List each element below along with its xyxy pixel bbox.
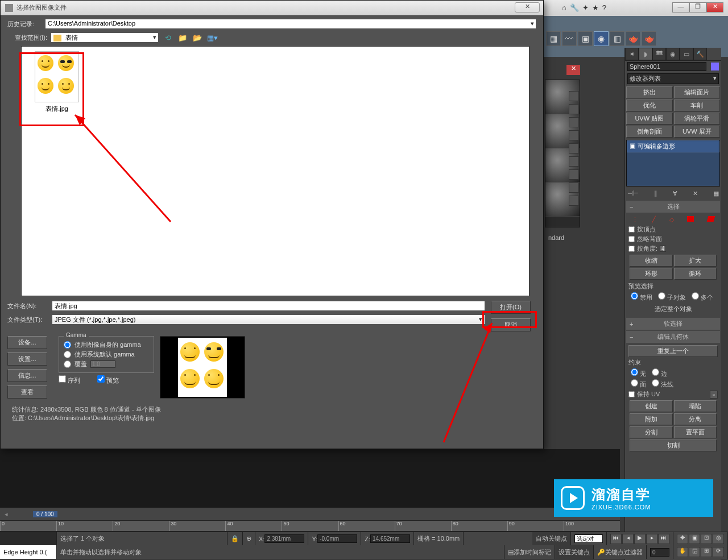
maximize-button[interactable]: ❐: [689, 2, 706, 13]
mat-tool-icon[interactable]: [569, 104, 579, 114]
timeline-bar[interactable]: ◂ 0 / 100: [0, 508, 620, 520]
frame-input[interactable]: [650, 548, 669, 557]
mod-extrude-button[interactable]: 挤出: [626, 86, 673, 98]
file-list-area[interactable]: 表情.jpg: [21, 46, 530, 296]
cancel-button[interactable]: 取消: [491, 318, 531, 331]
stack-item[interactable]: ▣ 可编辑多边形: [627, 140, 719, 152]
play-icon[interactable]: ▶: [634, 534, 646, 544]
modify-tab-icon[interactable]: ◗: [639, 48, 652, 60]
nav-icon[interactable]: ▣: [689, 534, 700, 544]
mod-bevelprofile-button[interactable]: 倒角剖面: [626, 126, 673, 138]
mat-tool-icon[interactable]: [569, 91, 579, 101]
nav-icon[interactable]: ✥: [677, 534, 688, 544]
by-vertex-check[interactable]: 按顶点: [628, 225, 718, 234]
mod-optimize-button[interactable]: 优化: [626, 99, 673, 111]
home-icon[interactable]: ⌂: [562, 3, 566, 12]
motion-tab-icon[interactable]: ◉: [666, 48, 680, 60]
mat-tool-icon[interactable]: [569, 130, 579, 140]
mod-lathe-button[interactable]: 车削: [674, 99, 721, 111]
coord-icon[interactable]: ⊕: [246, 535, 251, 542]
soft-sel-rollout[interactable]: 软选择: [664, 320, 682, 328]
by-angle-check[interactable]: 按角度:: [628, 244, 718, 254]
element-icon[interactable]: [707, 216, 715, 222]
slice-plane-button[interactable]: 置平面: [674, 426, 717, 438]
info-button[interactable]: 信息...: [7, 369, 47, 382]
time-ruler[interactable]: 0 10 20 30 40 50 60 70 80 90 100: [0, 520, 620, 532]
nav-icon[interactable]: ✋: [677, 547, 688, 557]
mat-tool-icon[interactable]: [569, 117, 579, 127]
display-tab-icon[interactable]: ▭: [680, 48, 693, 60]
slice-button[interactable]: 分割: [630, 426, 673, 438]
polygon-icon[interactable]: [687, 216, 694, 222]
gamma-system-radio[interactable]: 使用系统默认 gamma: [64, 350, 149, 359]
nav-icon[interactable]: ⊞: [701, 547, 712, 557]
new-folder-icon[interactable]: 📂: [192, 32, 203, 43]
script-icon[interactable]: ▤: [508, 549, 514, 556]
mat-tool-icon[interactable]: [569, 169, 579, 180]
viewport[interactable]: [0, 449, 620, 509]
history-dropdown[interactable]: C:\Users\Administrator\Desktop: [45, 19, 536, 29]
pin-icon[interactable]: ⊣⊢: [627, 190, 639, 197]
setkey-button[interactable]: 设置关键点: [555, 545, 594, 559]
key-icon[interactable]: 🔑: [597, 549, 605, 556]
filetype-dropdown[interactable]: JPEG 文件 (*.jpg,*.jpe,*.jpeg): [52, 314, 485, 325]
view-menu-icon[interactable]: ▦▾: [206, 32, 218, 43]
app-close-button[interactable]: ✕: [706, 2, 723, 13]
tool-icon[interactable]: ◉: [594, 31, 609, 46]
mod-uvwunwrap-button[interactable]: UVW 展开: [674, 126, 721, 138]
collapse-button[interactable]: 塌陷: [674, 400, 717, 412]
config-icon[interactable]: ▦: [713, 190, 719, 197]
dialog-titlebar[interactable]: 选择位图图像文件 ✕: [1, 1, 543, 15]
key-filters-button[interactable]: 关键点过滤器: [605, 548, 643, 557]
device-button[interactable]: 设备...: [7, 336, 47, 349]
ps-sub-radio[interactable]: 子对象: [658, 292, 686, 302]
selection-rollout-title[interactable]: 选择: [667, 202, 680, 211]
mat-tool-icon[interactable]: [569, 196, 579, 206]
shrink-button[interactable]: 收缩: [630, 255, 673, 267]
file-item[interactable]: 表情.jpg: [26, 51, 88, 113]
frame-indicator[interactable]: 0 / 100: [33, 511, 57, 517]
mat-tool-icon[interactable]: [569, 182, 579, 193]
border-icon[interactable]: ◇: [669, 216, 674, 223]
ignore-backfacing-check[interactable]: 忽略背面: [628, 234, 718, 244]
tool-icon[interactable]: ▥: [610, 31, 624, 46]
create-button[interactable]: 创建: [630, 400, 673, 412]
nav-icon[interactable]: ⟳: [713, 547, 724, 557]
nav-icon[interactable]: ◲: [689, 547, 700, 557]
ps-disable-radio[interactable]: 禁用: [631, 292, 652, 302]
minimize-button[interactable]: —: [672, 2, 689, 13]
tool-icon[interactable]: 〰: [562, 31, 577, 46]
c-face-radio[interactable]: 面: [631, 379, 646, 389]
view-button[interactable]: 查看: [7, 385, 47, 399]
modifier-list-dropdown[interactable]: 修改器列表 ▾: [627, 73, 719, 84]
filename-input[interactable]: [52, 301, 485, 311]
attach-button[interactable]: 附加: [630, 413, 673, 425]
create-tab-icon[interactable]: ✷: [625, 48, 639, 60]
loop-button[interactable]: 循环: [674, 268, 717, 280]
repeat-last-button[interactable]: 重复上一个: [628, 345, 718, 357]
show-icon[interactable]: ∥: [654, 190, 657, 197]
mod-uvwmap-button[interactable]: UVW 贴图: [626, 113, 673, 125]
hierarchy-tab-icon[interactable]: ᚙ: [652, 48, 666, 60]
sparkle-icon[interactable]: ✦: [582, 3, 589, 12]
back-icon[interactable]: ⟲: [162, 32, 173, 43]
vertex-icon[interactable]: ⋮: [632, 216, 638, 223]
nav-icon[interactable]: ⊡: [701, 534, 712, 544]
gamma-override-radio[interactable]: 覆盖: [64, 359, 149, 369]
utilities-tab-icon[interactable]: 🔨: [693, 48, 707, 60]
goto-end-icon[interactable]: ⏭: [658, 534, 669, 544]
ps-multi-radio[interactable]: 多个: [692, 292, 713, 302]
sequence-check[interactable]: 序列: [59, 375, 80, 385]
setup-button[interactable]: 设置...: [7, 352, 47, 366]
gamma-image-radio[interactable]: 使用图像自身的 gamma: [64, 340, 149, 350]
next-frame-icon[interactable]: ▸: [646, 534, 657, 544]
grow-button[interactable]: 扩大: [674, 255, 717, 267]
stack-icon[interactable]: ∀: [673, 190, 677, 197]
edge-icon[interactable]: ╱: [652, 216, 656, 223]
x-input[interactable]: [264, 534, 304, 543]
tool-icon[interactable]: ▣: [578, 31, 593, 46]
c-edge-radio[interactable]: 边: [652, 368, 667, 378]
c-normal-radio[interactable]: 法线: [652, 379, 673, 389]
mod-turbosmooth-button[interactable]: 涡轮平滑: [674, 113, 721, 125]
cut-button[interactable]: 切割: [630, 439, 717, 451]
